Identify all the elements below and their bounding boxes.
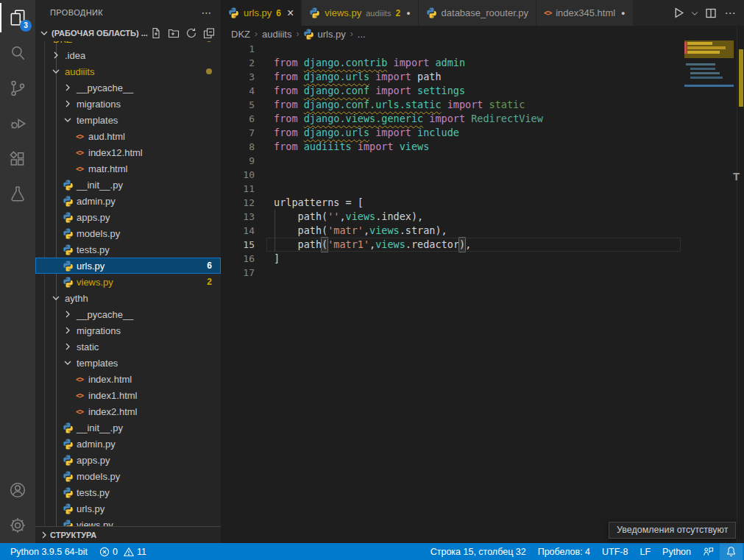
line-number: 1 <box>221 42 255 56</box>
tree-item-templates[interactable]: templates <box>35 355 221 371</box>
run-python-file-icon[interactable] <box>670 5 687 21</box>
explorer-sidebar: ПРОВОДНИК ⋯ (РАБОЧАЯ ОБЛАСТЬ) ... DKZ.id… <box>35 0 221 543</box>
tree-item-label: admin.py <box>77 196 116 207</box>
tree-item-migrations[interactable]: migrations <box>35 96 221 112</box>
line-number: 11 <box>221 182 255 196</box>
chevron-right-icon <box>50 49 62 61</box>
code-line-10: 10 <box>221 168 744 182</box>
collapse-all-icon[interactable] <box>203 27 215 39</box>
tree-item-models.py[interactable]: models.py <box>35 468 221 484</box>
tree-item-views.py[interactable]: views.py <box>35 517 221 527</box>
python-interpreter-status[interactable]: Python 3.9.5 64-bit <box>4 543 93 560</box>
tree-item-DKZ[interactable]: DKZ <box>35 41 221 47</box>
minimap[interactable] <box>684 40 734 497</box>
run-dropdown-chevron-icon[interactable] <box>690 5 700 21</box>
tree-item-templates[interactable]: templates <box>35 112 221 128</box>
python-icon <box>63 260 74 272</box>
tree-item-models.py[interactable]: models.py <box>35 225 221 241</box>
tree-item-label: DKZ <box>53 41 72 45</box>
account-icon[interactable] <box>0 472 35 508</box>
testing-icon[interactable] <box>0 177 35 212</box>
new-file-icon[interactable] <box>150 27 162 39</box>
tree-item-tests.py[interactable]: tests.py <box>35 241 221 258</box>
explorer-more-actions-icon[interactable]: ⋯ <box>202 7 212 18</box>
tab-index345.html[interactable]: <>index345.html● <box>536 0 633 26</box>
tree-item-urls.py[interactable]: urls.py6 <box>35 258 221 274</box>
tree-item-label: urls.py <box>77 503 104 514</box>
tab-label: database_roouter.py <box>442 7 529 18</box>
tree-item-index2.html[interactable]: <>index2.html <box>35 403 221 419</box>
minimap-line <box>687 46 726 49</box>
indentation-status[interactable]: Пробелов: 4 <box>532 543 596 560</box>
tree-item-admin.py[interactable]: admin.py <box>35 436 221 452</box>
workspace-section-header[interactable]: (РАБОЧАЯ ОБЛАСТЬ) ... <box>35 25 221 41</box>
explorer-icon[interactable]: 3 <box>0 0 35 35</box>
tree-item-apps.py[interactable]: apps.py <box>35 452 221 468</box>
notifications-bell-icon[interactable] <box>720 543 743 560</box>
tab-views.py[interactable]: views.pyaudiiits2● <box>302 0 418 26</box>
status-bar: Python 3.9.5 64-bit 0 11 Строка 15, стол… <box>0 543 744 560</box>
language-mode-status[interactable]: Python <box>656 543 697 560</box>
tree-item-tests.py[interactable]: tests.py <box>35 484 221 500</box>
tree-item-index12.html[interactable]: <>index12.html <box>35 144 221 160</box>
tree-item-__init__.py[interactable]: __init__.py <box>35 177 221 193</box>
tree-item-views.py[interactable]: views.py2 <box>35 274 221 290</box>
tree-item-index.html[interactable]: <>index.html <box>35 371 221 387</box>
code-line-4: 4from django.conf import settings <box>221 84 744 98</box>
tree-item-matr.html[interactable]: <>matr.html <box>35 160 221 177</box>
code-editor[interactable]: 12from django.contrib import admin3from … <box>221 42 744 543</box>
python-icon <box>63 422 74 433</box>
code-line-14: 14 path('matr',views.stran), <box>221 224 744 238</box>
tree-item-urls.py[interactable]: urls.py <box>35 500 221 517</box>
tree-item-audiiits[interactable]: audiiits <box>35 63 221 79</box>
run-debug-icon[interactable] <box>0 106 35 141</box>
encoding-status[interactable]: UTF-8 <box>596 543 634 560</box>
problems-status[interactable]: 0 11 <box>93 543 152 560</box>
tree-item-__pycache__[interactable]: __pycache__ <box>35 306 221 322</box>
eol-status[interactable]: LF <box>634 543 656 560</box>
line-number: 13 <box>221 210 255 224</box>
dirty-dot-icon[interactable]: ● <box>621 10 625 17</box>
feedback-icon[interactable] <box>697 543 720 560</box>
overview-t-mark: T <box>733 170 740 182</box>
code-line-13: 13 path('',views.index), <box>221 210 744 224</box>
tree-item-__pycache__[interactable]: __pycache__ <box>35 79 221 96</box>
tree-item-migrations[interactable]: migrations <box>35 322 221 339</box>
tree-item-apps.py[interactable]: apps.py <box>35 209 221 225</box>
overview-ruler[interactable]: T <box>737 26 744 543</box>
tree-item-static[interactable]: static <box>35 339 221 355</box>
chevron-right-icon <box>62 98 74 110</box>
tree-item-__init__.py[interactable]: __init__.py <box>35 419 221 436</box>
split-editor-icon[interactable] <box>703 5 719 21</box>
extensions-icon[interactable] <box>0 141 35 177</box>
breadcrumb-item-DKZ[interactable]: DKZ <box>231 29 250 40</box>
line-number: 16 <box>221 252 255 266</box>
html-icon: <> <box>544 9 551 17</box>
breadcrumb-item-...[interactable]: ... <box>358 29 366 40</box>
breadcrumb-item-urls.py[interactable]: urls.py <box>303 29 345 40</box>
tree-item-.idea[interactable]: .idea <box>35 47 221 63</box>
tree-item-aud.html[interactable]: <>aud.html <box>35 128 221 144</box>
python-icon <box>63 180 74 191</box>
minimap-line <box>687 51 720 54</box>
refresh-icon[interactable] <box>185 27 197 39</box>
python-icon <box>63 503 74 514</box>
outline-section-header[interactable]: СТРУКТУРА <box>35 526 221 543</box>
search-icon[interactable] <box>0 35 35 71</box>
cursor-position-status[interactable]: Строка 15, столбец 32 <box>425 543 532 560</box>
breadcrumb-item-audiiits[interactable]: audiiits <box>262 29 291 40</box>
source-control-icon[interactable] <box>0 71 35 106</box>
tab-database_roouter.py[interactable]: database_roouter.py <box>419 0 537 26</box>
overview-warning-marker <box>739 49 743 107</box>
dirty-dot-icon[interactable]: ● <box>406 10 410 17</box>
settings-gear-icon[interactable] <box>0 508 35 543</box>
tab-urls.py[interactable]: urls.py6× <box>221 0 302 26</box>
tree-item-aythh[interactable]: aythh <box>35 290 221 306</box>
close-icon[interactable]: × <box>287 7 294 19</box>
more-actions-icon[interactable]: ⋯ <box>722 5 738 21</box>
python-icon <box>63 455 74 466</box>
new-folder-icon[interactable] <box>168 27 180 39</box>
tree-item-label: urls.py <box>77 260 104 272</box>
tree-item-admin.py[interactable]: admin.py <box>35 193 221 209</box>
tree-item-index1.html[interactable]: <>index1.html <box>35 387 221 403</box>
